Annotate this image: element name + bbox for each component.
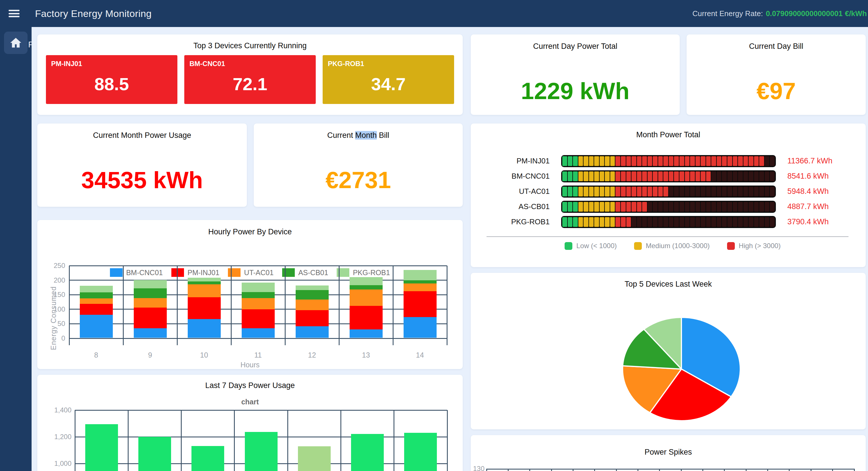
bar-segment (653, 217, 658, 227)
hamburger-menu-icon[interactable] (9, 9, 20, 19)
device-tile-pkg-rob1[interactable]: PKG-ROB134.7 (322, 55, 454, 104)
bar-segment-as-cb01[interactable] (296, 290, 329, 299)
bar-segment-bm-cnc01[interactable] (404, 317, 437, 338)
bar-segment (770, 156, 775, 166)
x-tick-label: 9 (148, 351, 152, 359)
last7-bar[interactable] (298, 446, 331, 471)
segmented-bar[interactable] (561, 170, 776, 182)
segmented-bar[interactable] (561, 185, 776, 198)
bar-segment-ut-ac01[interactable] (296, 299, 329, 310)
bar-stack-hour-14[interactable] (404, 270, 437, 338)
last7-bar[interactable] (85, 424, 118, 471)
bar-segment-pm-inj01[interactable] (296, 310, 329, 326)
bar-segment-pkg-rob1[interactable] (134, 280, 167, 288)
bar-segment-pkg-rob1[interactable] (296, 286, 329, 290)
gridline (447, 410, 448, 471)
bar-segment-ut-ac01[interactable] (134, 298, 167, 307)
device-tile-bm-cnc01[interactable]: BM-CNC0172.1 (184, 55, 316, 104)
bar-segment-ut-ac01[interactable] (188, 284, 221, 297)
bar-stack-hour-8[interactable] (80, 286, 113, 338)
bar-segment (749, 172, 753, 181)
bar-segment (573, 187, 578, 197)
month-bill-title-post: Bill (377, 131, 390, 140)
bar-segment (765, 156, 770, 166)
home-button[interactable] (4, 32, 28, 54)
bar-segment (727, 172, 732, 181)
bar-segment-as-cb01[interactable] (80, 292, 113, 298)
bar-segment-ut-ac01[interactable] (350, 290, 383, 306)
bar-stack-hour-10[interactable] (188, 278, 221, 338)
bar-segment (765, 217, 770, 227)
bar-stack-hour-13[interactable] (350, 277, 383, 338)
x-tick-label: 13 (362, 351, 370, 359)
bar-segment-as-cb01[interactable] (242, 292, 275, 298)
segmented-bar[interactable] (561, 155, 776, 167)
bar-segment (679, 156, 684, 166)
bar-segment-pm-inj01[interactable] (80, 304, 113, 315)
bar-segment (669, 187, 674, 197)
bar-segment-pkg-rob1[interactable] (242, 283, 275, 292)
bar-segment-pm-inj01[interactable] (242, 309, 275, 328)
bar-segment (562, 172, 567, 181)
legend-item: High (> 3000) (727, 242, 781, 250)
device-tile-pm-inj01[interactable]: PM-INJ0188.5 (46, 55, 177, 104)
bar-segment-pkg-rob1[interactable] (350, 277, 383, 285)
last7-plot-area[interactable]: 1,4001,2001,000 (75, 410, 447, 471)
bar-segment-pm-inj01[interactable] (404, 291, 437, 317)
bar-segment-as-cb01[interactable] (134, 288, 167, 298)
bar-segment-as-cb01[interactable] (404, 280, 437, 284)
bar-stack-hour-12[interactable] (296, 286, 329, 338)
spikes-plot-area[interactable] (487, 469, 854, 471)
bar-segment (690, 187, 695, 197)
rate-label: Current Energy Rate: (692, 9, 763, 18)
device-kwh-value: 3790.4 kWh (776, 217, 829, 226)
month-usage-value: 34535 kWh (37, 167, 247, 194)
bar-segment (631, 156, 637, 166)
bar-segment-pkg-rob1[interactable] (404, 270, 437, 280)
bar-segment-pm-inj01[interactable] (134, 307, 167, 328)
segmented-bar[interactable] (561, 201, 776, 213)
hourly-plot-area[interactable]: 050100150200250891011121314 (69, 266, 447, 338)
bar-segment-bm-cnc01[interactable] (296, 326, 329, 338)
bar-segment (562, 202, 567, 212)
bar-segment (743, 202, 748, 212)
pie-chart[interactable] (471, 273, 866, 429)
bar-segment (658, 217, 663, 227)
bar-segment-bm-cnc01[interactable] (350, 329, 383, 338)
month-power-total-card: Month Power Total PM-INJ0111366.7 kWhBM-… (471, 123, 866, 267)
bar-stack-hour-9[interactable] (134, 280, 167, 338)
last7-bar[interactable] (245, 432, 278, 471)
bar-segment-pm-inj01[interactable] (188, 297, 221, 319)
bar-segment-ut-ac01[interactable] (242, 298, 275, 309)
bar-segment (685, 202, 690, 212)
bar-segment (594, 202, 599, 212)
axis-tick (659, 469, 660, 471)
bar-segment-pm-inj01[interactable] (350, 306, 383, 329)
y-tick-label: 50 (57, 320, 65, 328)
bar-segment (695, 172, 701, 181)
bar-stack-hour-11[interactable] (242, 283, 275, 338)
bar-segment (605, 156, 610, 166)
bar-segment-ut-ac01[interactable] (80, 298, 113, 303)
last7-bar[interactable] (351, 434, 384, 471)
bar-segment-as-cb01[interactable] (188, 282, 221, 284)
bar-segment (663, 172, 668, 181)
last7-bar[interactable] (191, 446, 224, 471)
bar-segment (679, 172, 684, 181)
bar-segment (701, 187, 706, 197)
last7-subtitle: chart (37, 398, 463, 406)
bar-segment-bm-cnc01[interactable] (242, 328, 275, 338)
bar-segment (743, 217, 748, 227)
bar-segment-as-cb01[interactable] (350, 285, 383, 290)
bar-segment-pkg-rob1[interactable] (80, 286, 113, 292)
current-energy-rate: Current Energy Rate: 0.07909000000000001… (692, 0, 867, 27)
last7-bar[interactable] (138, 437, 171, 471)
bar-segment-bm-cnc01[interactable] (188, 319, 221, 338)
last7-bar[interactable] (404, 433, 437, 471)
bar-segment-bm-cnc01[interactable] (80, 315, 113, 338)
day-power-total-card: Current Day Power Total 1229 kWh (471, 34, 680, 115)
bar-segment-ut-ac01[interactable] (404, 284, 437, 291)
bar-segment-pkg-rob1[interactable] (188, 278, 221, 282)
bar-segment-bm-cnc01[interactable] (134, 328, 167, 338)
segmented-bar[interactable] (561, 216, 776, 228)
